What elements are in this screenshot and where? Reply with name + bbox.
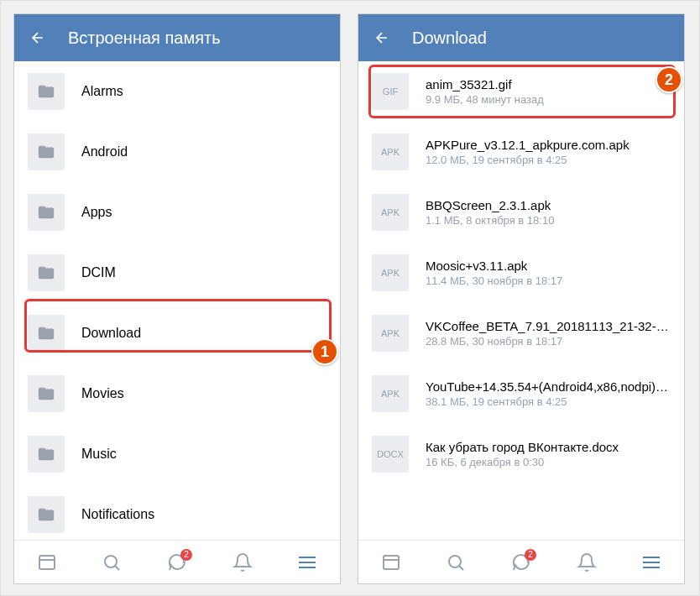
file-info: BBQScreen_2.3.1.apk 1.1 МБ, 8 октября в … bbox=[426, 198, 671, 227]
folder-name: Notifications bbox=[81, 507, 154, 522]
menu-icon bbox=[299, 557, 316, 568]
folder-name: Apps bbox=[81, 205, 112, 220]
messages-badge: 2 bbox=[180, 549, 192, 561]
svg-rect-4 bbox=[384, 556, 399, 569]
folder-row[interactable]: Apps bbox=[14, 182, 340, 243]
nav-news[interactable] bbox=[35, 551, 59, 574]
annotation-step-2: 2 bbox=[656, 66, 682, 93]
file-info: anim_35321.gif 9.9 МБ, 48 минут назад bbox=[426, 77, 671, 106]
phone-screen-left: Встроенная память Alarms Android Apps DC… bbox=[13, 13, 341, 584]
file-list: GIF anim_35321.gif 9.9 МБ, 48 минут наза… bbox=[358, 61, 684, 540]
header-title: Download bbox=[412, 29, 487, 48]
file-ext-icon: GIF bbox=[372, 73, 409, 110]
svg-line-3 bbox=[115, 566, 119, 570]
svg-point-2 bbox=[105, 556, 117, 567]
file-meta: 9.9 МБ, 48 минут назад bbox=[426, 93, 671, 106]
file-ext-icon: APK bbox=[372, 194, 409, 231]
folder-row[interactable]: Music bbox=[14, 424, 340, 484]
file-row[interactable]: APK APKPure_v3.12.1_apkpure.com.apk 12.0… bbox=[358, 122, 684, 182]
file-info: VKCoffee_BETA_7.91_20181113_21-32-02.apk… bbox=[426, 319, 671, 348]
folder-name: Movies bbox=[81, 386, 124, 401]
folder-icon bbox=[28, 133, 65, 170]
back-button[interactable] bbox=[372, 28, 392, 48]
nav-notifications[interactable] bbox=[575, 551, 598, 574]
app-header: Download bbox=[358, 14, 684, 61]
file-name: anim_35321.gif bbox=[426, 77, 671, 91]
folder-icon bbox=[28, 315, 65, 352]
back-button[interactable] bbox=[28, 28, 48, 48]
file-meta: 16 КБ, 6 декабря в 0:30 bbox=[426, 456, 671, 468]
file-meta: 28.8 МБ, 30 ноября в 18:17 bbox=[426, 335, 671, 348]
file-name: BBQScreen_2.3.1.apk bbox=[426, 198, 671, 212]
folder-icon bbox=[28, 73, 65, 110]
folder-name: DCIM bbox=[81, 265, 116, 280]
folder-icon bbox=[28, 254, 65, 291]
file-name: YouTube+14.35.54+(Android4,x86,nodpi).ap… bbox=[426, 379, 671, 394]
file-row[interactable]: DOCX Как убрать город ВКонтакте.docx 16 … bbox=[358, 424, 684, 484]
nav-menu[interactable] bbox=[295, 551, 319, 574]
nav-search[interactable] bbox=[100, 551, 123, 574]
messages-badge: 2 bbox=[525, 549, 536, 561]
nav-notifications[interactable] bbox=[231, 551, 254, 574]
file-row[interactable]: APK BBQScreen_2.3.1.apk 1.1 МБ, 8 октябр… bbox=[358, 182, 684, 243]
svg-line-7 bbox=[459, 566, 463, 570]
folder-name: Android bbox=[81, 144, 128, 159]
file-row[interactable]: GIF anim_35321.gif 9.9 МБ, 48 минут наза… bbox=[358, 61, 684, 122]
file-meta: 1.1 МБ, 8 октября в 18:10 bbox=[426, 214, 671, 227]
nav-messages[interactable]: 2 bbox=[509, 551, 533, 574]
file-meta: 12.0 МБ, 19 сентября в 4:25 bbox=[426, 154, 671, 166]
folder-row[interactable]: Alarms bbox=[14, 61, 340, 122]
file-row[interactable]: APK Moosic+v3.11.apk 11.4 МБ, 30 ноября … bbox=[358, 243, 684, 303]
nav-news[interactable] bbox=[379, 551, 403, 574]
folder-row[interactable]: DCIM bbox=[14, 243, 340, 303]
header-title: Встроенная память bbox=[68, 29, 221, 48]
folder-icon bbox=[28, 194, 65, 231]
bottom-nav: 2 bbox=[14, 540, 340, 583]
file-info: APKPure_v3.12.1_apkpure.com.apk 12.0 МБ,… bbox=[426, 138, 671, 166]
folder-row[interactable]: Android bbox=[14, 122, 340, 182]
file-ext-icon: APK bbox=[372, 375, 409, 412]
file-name: VKCoffee_BETA_7.91_20181113_21-32-02.apk bbox=[426, 319, 671, 333]
folder-row[interactable]: Notifications bbox=[14, 484, 340, 540]
folder-name: Music bbox=[81, 447, 117, 462]
folder-icon bbox=[28, 496, 65, 533]
file-ext-icon: APK bbox=[372, 133, 409, 170]
folder-name: Alarms bbox=[81, 84, 123, 99]
file-meta: 11.4 МБ, 30 ноября в 18:17 bbox=[426, 274, 671, 287]
folder-name: Download bbox=[81, 326, 141, 341]
annotation-step-1: 1 bbox=[311, 338, 338, 365]
file-row[interactable]: APK VKCoffee_BETA_7.91_20181113_21-32-02… bbox=[358, 303, 684, 363]
svg-rect-0 bbox=[39, 556, 55, 569]
file-name: Как убрать город ВКонтакте.docx bbox=[426, 440, 671, 454]
file-name: APKPure_v3.12.1_apkpure.com.apk bbox=[426, 138, 671, 152]
file-ext-icon: APK bbox=[372, 254, 409, 291]
file-name: Moosic+v3.11.apk bbox=[426, 259, 671, 273]
folder-row[interactable]: Movies bbox=[14, 363, 340, 424]
bottom-nav: 2 bbox=[358, 540, 684, 583]
file-row[interactable]: APK YouTube+14.35.54+(Android4,x86,nodpi… bbox=[358, 363, 684, 424]
nav-menu[interactable] bbox=[640, 551, 663, 574]
svg-point-6 bbox=[449, 556, 461, 567]
file-ext-icon: DOCX bbox=[372, 436, 409, 473]
file-info: Как убрать город ВКонтакте.docx 16 КБ, 6… bbox=[426, 440, 671, 468]
file-info: YouTube+14.35.54+(Android4,x86,nodpi).ap… bbox=[426, 379, 671, 408]
app-header: Встроенная память bbox=[14, 14, 340, 61]
file-ext-icon: APK bbox=[372, 315, 409, 352]
folder-row[interactable]: Download bbox=[14, 303, 340, 363]
nav-search[interactable] bbox=[444, 551, 468, 574]
file-info: Moosic+v3.11.apk 11.4 МБ, 30 ноября в 18… bbox=[426, 259, 671, 287]
folder-list: Alarms Android Apps DCIM Download Movies… bbox=[14, 61, 340, 540]
folder-icon bbox=[28, 375, 65, 412]
menu-icon bbox=[643, 557, 660, 568]
file-meta: 38.1 МБ, 19 сентября в 4:25 bbox=[426, 395, 671, 408]
nav-messages[interactable]: 2 bbox=[165, 551, 189, 574]
folder-icon bbox=[28, 436, 65, 473]
phone-screen-right: Download GIF anim_35321.gif 9.9 МБ, 48 м… bbox=[358, 13, 685, 584]
